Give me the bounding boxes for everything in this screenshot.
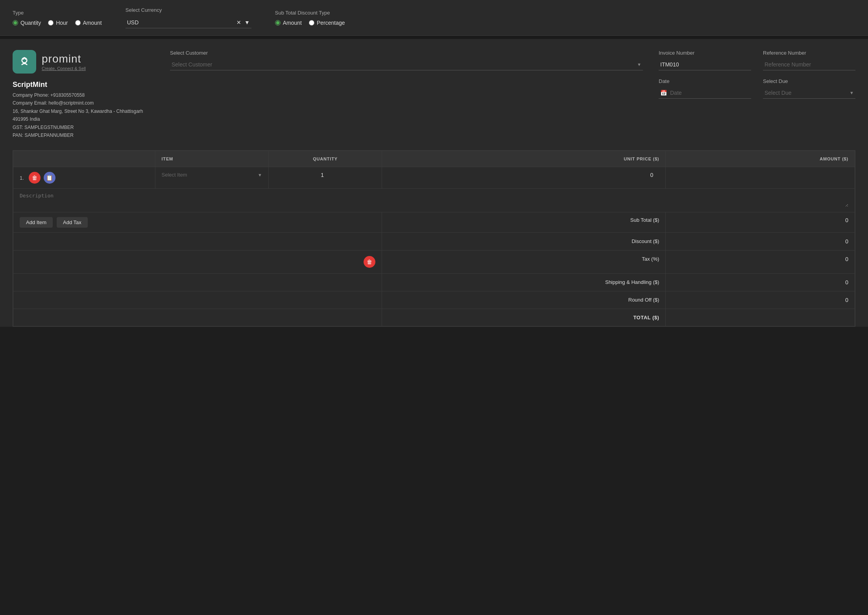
discount-percentage-radio[interactable] (309, 20, 314, 26)
type-hour[interactable]: Hour (48, 20, 68, 26)
company-phone: Company Phone: +918305570558 (13, 91, 154, 99)
action-row: Add Item Add Tax Sub Total ($) 0 (13, 212, 855, 233)
type-amount-label: Amount (83, 20, 102, 26)
discount-radio-group: Amount Percentage (275, 20, 345, 26)
customer-placeholder: Select Customer (172, 61, 212, 68)
due-dropdown-icon[interactable]: ▼ (850, 90, 854, 95)
add-buttons: Add Item Add Tax (20, 217, 375, 228)
item-dropdown-icon: ▼ (258, 173, 262, 177)
currency-dropdown-icon[interactable]: ▼ (244, 19, 250, 26)
select-due-group: Select Due Select Due ▼ (763, 78, 855, 99)
table-body: 1. 🗑 📋 Select Item ▼ (13, 167, 855, 326)
unit-price-cell[interactable] (382, 167, 666, 189)
logo-svg (17, 55, 31, 69)
type-hour-label: Hour (56, 20, 68, 26)
item-select[interactable]: Select Item ▼ (162, 172, 262, 178)
item-select-placeholder: Select Item (162, 172, 187, 178)
delete-tax-button[interactable]: 🗑 (364, 256, 375, 268)
due-placeholder: Select Due (765, 90, 791, 96)
invoice-right-col: Invoice Number Reference Number Date 📅 (659, 50, 855, 99)
logo-area: promint Create, Connect & Sell (13, 50, 154, 74)
description-input[interactable] (20, 193, 848, 207)
logo-icon (13, 50, 36, 74)
discount-percentage-label: Percentage (317, 20, 345, 26)
round-off-label: Round Off ($) (382, 291, 666, 309)
shipping-empty (13, 274, 382, 291)
discount-row: Discount ($) 0 (13, 233, 855, 250)
svg-point-0 (22, 58, 27, 63)
company-gst: GST: SAMPLEGSTNUMBER (13, 123, 154, 131)
row-actions-cell: 1. 🗑 📋 (13, 167, 155, 189)
tax-row: 🗑 Tax (%) 0 (13, 250, 855, 274)
copy-row-button[interactable]: 📋 (44, 172, 55, 184)
customer-select[interactable]: Select Customer ▼ (170, 59, 643, 70)
discount-empty (13, 233, 382, 250)
date-group: Date 📅 (659, 78, 751, 99)
amount-cell (666, 167, 855, 189)
customer-dropdown-icon[interactable]: ▼ (637, 62, 641, 67)
add-item-button[interactable]: Add Item (20, 217, 53, 228)
sub-total-value-cell: 0 (666, 212, 855, 233)
type-quantity[interactable]: Quantity (13, 20, 41, 26)
reference-number-label: Reference Number (763, 50, 855, 56)
table-header: ITEM QUANTITY UNIT PRICE ($) AMOUNT ($) (13, 151, 855, 167)
th-amount: AMOUNT ($) (666, 151, 855, 167)
customer-field-group: Select Customer Select Customer ▼ (170, 50, 643, 70)
add-tax-button[interactable]: Add Tax (57, 217, 88, 228)
th-unit-price: UNIT PRICE ($) (382, 151, 666, 167)
due-select[interactable]: Select Due ▼ (763, 87, 855, 99)
select-due-label: Select Due (763, 78, 855, 84)
round-off-value: 0 (666, 291, 855, 309)
invoice-table: ITEM QUANTITY UNIT PRICE ($) AMOUNT ($) … (13, 151, 855, 326)
company-section: promint Create, Connect & Sell ScriptMin… (13, 50, 154, 139)
type-quantity-radio[interactable] (13, 20, 18, 26)
type-amount[interactable]: Amount (75, 20, 102, 26)
discount-value: 0 (666, 233, 855, 250)
th-actions (13, 151, 155, 167)
delete-row-button[interactable]: 🗑 (29, 172, 41, 184)
unit-price-input[interactable] (388, 172, 659, 178)
calendar-icon: 📅 (660, 90, 667, 96)
discount-percentage[interactable]: Percentage (309, 20, 345, 26)
date-input[interactable] (670, 90, 750, 96)
total-empty (13, 309, 382, 326)
date-label: Date (659, 78, 751, 84)
invoice-number-label: Invoice Number (659, 50, 751, 56)
th-quantity: QUANTITY (268, 151, 382, 167)
shipping-row: Shipping & Handling ($) 0 (13, 274, 855, 291)
currency-clear-icon[interactable]: ✕ (236, 19, 241, 26)
description-cell (13, 189, 855, 212)
invoice-fields: Select Customer Select Customer ▼ Invoic… (170, 50, 855, 99)
customer-label: Select Customer (170, 50, 643, 56)
type-amount-radio[interactable] (75, 20, 81, 26)
type-radio-group: Quantity Hour Amount (13, 20, 102, 26)
type-hour-radio[interactable] (48, 20, 54, 26)
discount-type-section: Sub Total Discount Type Amount Percentag… (275, 10, 345, 26)
quantity-input[interactable] (314, 172, 337, 178)
top-bar: Type Quantity Hour Amount Select Currenc… (0, 0, 868, 36)
logo-tagline: Create, Connect & Sell (42, 66, 86, 71)
main-form: promint Create, Connect & Sell ScriptMin… (0, 39, 868, 327)
item-cell: Select Item ▼ (155, 167, 268, 189)
company-email: Company Email: hello@scriptmint.com (13, 99, 154, 107)
discount-amount-radio[interactable] (275, 20, 281, 26)
company-name: ScriptMint (13, 81, 154, 89)
shipping-label: Shipping & Handling ($) (382, 274, 666, 291)
type-label: Type (13, 10, 102, 16)
currency-select[interactable]: USD ✕ ▼ (126, 17, 251, 28)
customer-col: Select Customer Select Customer ▼ (170, 50, 643, 99)
invoice-number-input[interactable] (659, 59, 751, 70)
quantity-cell[interactable] (268, 167, 382, 189)
tax-label: Tax (%) (382, 250, 666, 274)
invoice-table-wrapper: ITEM QUANTITY UNIT PRICE ($) AMOUNT ($) … (13, 150, 855, 327)
total-row: TOTAL ($) (13, 309, 855, 326)
discount-amount[interactable]: Amount (275, 20, 302, 26)
tax-value: 0 (666, 250, 855, 274)
total-value (666, 309, 855, 326)
date-input-wrapper[interactable]: 📅 (659, 87, 751, 99)
divider (0, 36, 868, 39)
description-row (13, 189, 855, 212)
reference-number-input[interactable] (763, 59, 855, 70)
type-section: Type Quantity Hour Amount (13, 10, 102, 26)
currency-section: Select Currency USD ✕ ▼ (126, 7, 251, 28)
